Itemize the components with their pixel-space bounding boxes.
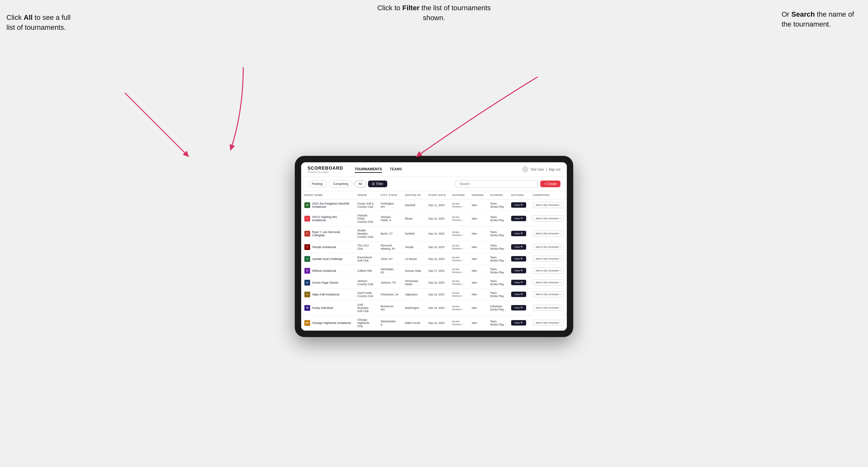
col-division: DIVISION <box>449 191 469 199</box>
start-date-cell: Sep 17, 2023 <box>425 265 449 277</box>
col-start-date: START DATE <box>425 191 449 199</box>
hosted-by-cell: Illinois <box>402 211 425 226</box>
city-state-cell: Westchester, IL <box>377 315 402 330</box>
competing-cell: Add to My Schedule + <box>529 199 567 211</box>
division-cell: NCAA Division I <box>449 211 469 226</box>
city-state-cell: Jackson, TN <box>377 277 402 288</box>
view-button[interactable]: View 👁 <box>511 291 526 297</box>
hosted-by-cell: Temple <box>402 241 425 253</box>
top-nav: SCOREBOARD Powered by clippd TOURNAMENTS… <box>301 162 567 177</box>
hosted-by-cell: Marshall <box>402 199 425 211</box>
table-row: F Ryan T. Lee Memorial Collegiate Shuttl… <box>301 226 567 241</box>
scoring-cell: Team, Stroke Play <box>487 253 508 265</box>
tab-hosting[interactable]: Hosting <box>308 180 327 188</box>
start-date-cell: Sep 18, 2023 <box>425 288 449 300</box>
actions-cell: View 👁 <box>508 315 529 330</box>
scoring-cell: Individual, Stroke Play <box>487 300 508 315</box>
hosted-by-cell: Wake Forest <box>402 315 425 330</box>
city-state-cell: Plymouth Meeting, PA <box>377 241 402 253</box>
start-date-cell: Sep 18, 2023 <box>425 277 449 288</box>
add-to-schedule-button[interactable]: Add to My Schedule + <box>533 279 564 285</box>
division-cell: NCAA Division I <box>449 241 469 253</box>
user-name: Test User <box>530 168 544 171</box>
team-logo: K <box>304 268 310 274</box>
search-input[interactable] <box>455 180 538 188</box>
competing-cell: Add to My Schedule + <box>529 211 567 226</box>
add-to-schedule-button[interactable]: Add to My Schedule + <box>533 320 564 326</box>
nav-separator: | <box>546 168 547 171</box>
tab-competing[interactable]: Competing <box>329 180 352 188</box>
view-button[interactable]: View 👁 <box>511 280 526 285</box>
add-to-schedule-button[interactable]: Add to My Schedule + <box>533 305 564 311</box>
view-button[interactable]: View 👁 <box>511 202 526 208</box>
venue-cell: Gold Mountain Golf Club <box>354 300 377 315</box>
actions-cell: View 👁 <box>508 211 529 226</box>
start-date-cell: Sep 11, 2023 <box>425 199 449 211</box>
venue-cell: Olympia Fields Country Club <box>354 211 377 226</box>
logo-subtitle: Powered by clippd <box>308 170 343 174</box>
nav-link-teams[interactable]: TEAMS <box>390 166 402 173</box>
start-date-cell: Sep 18, 2023 <box>425 315 449 330</box>
table-row: G Grover Page Classic Jackson Country Cl… <box>301 277 567 288</box>
gender-cell: Men <box>469 277 487 288</box>
view-button[interactable]: View 👁 <box>511 216 526 221</box>
event-name: Valpo Fall Invitational <box>312 293 339 296</box>
hosted-by-cell: Washington <box>402 300 425 315</box>
competing-cell: Add to My Schedule + <box>529 253 567 265</box>
view-button[interactable]: View 👁 <box>511 268 526 273</box>
team-logo: WF <box>304 320 310 326</box>
actions-cell: View 👁 <box>508 288 529 300</box>
add-to-schedule-button[interactable]: Add to My Schedule + <box>533 230 564 237</box>
add-to-schedule-button[interactable]: Add to My Schedule + <box>533 291 564 298</box>
add-to-schedule-button[interactable]: Add to My Schedule + <box>533 202 564 208</box>
filter-button[interactable]: ☰ Filter <box>368 181 387 187</box>
add-to-schedule-button[interactable]: Add to My Schedule + <box>533 215 564 221</box>
add-to-schedule-button[interactable]: Add to My Schedule + <box>533 244 564 250</box>
competing-cell: Add to My Schedule + <box>529 315 567 330</box>
event-name-cell: K Wildcat Invitational <box>301 265 354 277</box>
city-state-cell: Berlin, CT <box>377 226 402 241</box>
event-name: Wildcat Invitational <box>312 269 336 272</box>
event-name-cell: WF Chicago Highlands Invitational <box>301 315 354 330</box>
view-button[interactable]: View 👁 <box>511 244 526 250</box>
city-state-cell: Huntington, WV <box>377 199 402 211</box>
signout-link[interactable]: Sign out <box>549 168 560 171</box>
scoring-cell: Team, Stroke Play <box>487 211 508 226</box>
start-date-cell: Sep 15, 2023 <box>425 211 449 226</box>
actions-cell: View 👁 <box>508 300 529 315</box>
competing-cell: Add to My Schedule + <box>529 241 567 253</box>
view-button[interactable]: View 👁 <box>511 320 526 325</box>
venue-cell: Chicago Highlands Club <box>354 315 377 330</box>
competing-cell: Add to My Schedule + <box>529 288 567 300</box>
scoring-cell: Team, Stroke Play <box>487 241 508 253</box>
annotation-left: Click All to see a full list of tourname… <box>6 13 77 33</box>
view-button[interactable]: View 👁 <box>511 256 526 261</box>
tournaments-table: EVENT NAME VENUE CITY, STATE HOSTED BY S… <box>301 191 567 331</box>
gender-cell: Men <box>469 226 487 241</box>
event-name: OFCC Fighting Illini Invitational <box>312 215 351 222</box>
tab-all[interactable]: All <box>354 180 366 188</box>
division-cell: NCAA Division I <box>449 288 469 300</box>
col-hosted-by: HOSTED BY <box>402 191 425 199</box>
view-button[interactable]: View 👁 <box>511 305 526 310</box>
competing-cell: Add to My Schedule + <box>529 265 567 277</box>
add-to-schedule-button[interactable]: Add to My Schedule + <box>533 268 564 274</box>
division-cell: NCAA Division I <box>449 277 469 288</box>
nav-link-tournaments[interactable]: TOURNAMENTS <box>354 166 382 173</box>
view-button[interactable]: View 👁 <box>511 231 526 236</box>
table-row: WF Chicago Highlands Invitational Chicag… <box>301 315 567 330</box>
city-state-cell: Bremerton, WA <box>377 300 402 315</box>
annotation-center: Click to Filter the list of tournaments … <box>373 3 495 23</box>
table-row: T Temple Invitational The 1912 Club Plym… <box>301 241 567 253</box>
event-name: Husky Individual <box>312 306 333 310</box>
start-date-cell: Sep 16, 2023 <box>425 226 449 241</box>
city-state-cell: Victor, NY <box>377 253 402 265</box>
add-to-schedule-button[interactable]: Add to My Schedule + <box>533 256 564 262</box>
division-cell: NCAA Division I <box>449 226 469 241</box>
annotation-right: Or Search the name of the tournament. <box>782 9 865 29</box>
start-date-cell: Sep 18, 2023 <box>425 300 449 315</box>
venue-cell: Jackson Country Club <box>354 277 377 288</box>
gender-cell: Men <box>469 199 487 211</box>
team-logo: V <box>304 291 310 298</box>
create-button[interactable]: + Create <box>540 181 560 187</box>
